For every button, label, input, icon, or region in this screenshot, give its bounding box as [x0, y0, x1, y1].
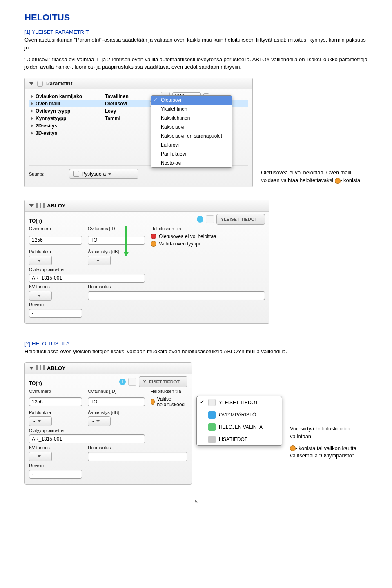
caption-a: Oletusovea ei voi heloittaa. Oven malli … [261, 169, 368, 185]
tab-menu-item[interactable]: LISÄTIEDOT [197, 433, 282, 445]
ovitunnus-input[interactable] [88, 236, 145, 245]
pencil-icon[interactable] [206, 215, 214, 223]
param-value: Tavallinen [105, 94, 150, 99]
ovitunnus-label: Ovitunnus [ID] [88, 389, 145, 394]
disclosure-icon[interactable] [29, 367, 34, 370]
tab-menu-popover[interactable]: YLEISET TIEDOTOVIYMPÄRISTÖHELOJEN VALINT… [196, 396, 282, 446]
section2-ref: [2] HELOITUSTILA [24, 341, 70, 347]
heloituksen-tila-label: Heloituksen tila [151, 226, 265, 231]
caption-b: Voit siirtyä heloituskoodin valintaan -i… [290, 425, 368, 460]
dropdown-item[interactable]: Kaksoisovi, eri saranapuolet [151, 131, 232, 140]
dropdown-item[interactable]: Liukuovi [151, 140, 232, 149]
huomautus-input[interactable] [88, 291, 265, 300]
page-title: HELOITUS [24, 12, 368, 23]
paloluokka-label: Paloluokka [29, 410, 82, 415]
ovityyppi-input[interactable] [29, 274, 145, 283]
heloituksen-tila-label: Heloituksen tila [151, 389, 187, 394]
aanier-dropdown[interactable]: - [88, 416, 111, 426]
menu-item-icon [208, 411, 216, 419]
abloy-panel-1: ABLOY TO(n) i YLEISET TIEDOT Ovinumero O… [24, 200, 270, 324]
expand-icon[interactable] [31, 102, 33, 106]
dropdown-item[interactable]: Oletusovi [151, 96, 232, 105]
intro-para-1: Oven asetusikkunan "Parametrit"-osassa s… [24, 37, 366, 51]
paloluokka-dropdown[interactable]: - [29, 256, 52, 265]
page-number: 5 [24, 499, 368, 505]
param-label: 3D-esitys [36, 130, 105, 136]
ovinumero-input[interactable] [29, 236, 82, 245]
dropdown-item[interactable]: Yksilehtinen [151, 105, 232, 114]
oven-malli-dropdown[interactable]: OletusoviYksilehtinenKaksilehtinenKaksoi… [151, 95, 232, 168]
section1-intro: [1] YLEISET PARAMETRIT Oven asetusikkuna… [24, 29, 368, 52]
dropdown-item[interactable]: Kaksilehtinen [151, 114, 232, 122]
panel-title: Parametrit [46, 80, 72, 87]
expand-icon[interactable] [31, 116, 33, 120]
status-text-2: Vaihda oven tyyppi [159, 241, 200, 247]
ovityyppi-input[interactable] [29, 434, 145, 443]
aanier-label: Äänieristys [dB] [88, 410, 145, 415]
abloy-icon [36, 203, 45, 208]
disclosure-icon[interactable] [29, 204, 34, 207]
kv-label: KV-tunnus [29, 445, 82, 450]
dropdown-item[interactable]: Pariliukuovi [151, 149, 232, 158]
intro-para-2: "Oletusovi"-tilassa ovi vaihtaa 1- ja 2-… [24, 56, 368, 71]
param-icon [37, 81, 43, 87]
param-label: Oviaukon karmijako [36, 94, 105, 99]
aanier-dropdown[interactable]: - [88, 256, 111, 265]
dropdown-item[interactable]: Kaksoisovi [151, 122, 232, 131]
suunta-label: Suunta: [29, 172, 45, 176]
huomautus-label: Huomautus [88, 445, 187, 450]
param-value: Tammi [105, 116, 150, 121]
section2-intro: [2] HELOITUSTILA Heloitustilassa oven yl… [24, 340, 368, 356]
revisio-label: Revisio [29, 302, 265, 307]
ovinumero-label: Ovinumero [29, 389, 82, 394]
swap-icon[interactable] [151, 399, 155, 405]
param-value: Oletusovi [105, 101, 150, 107]
kv-dropdown[interactable]: - [29, 291, 52, 301]
abloy-title: ABLOY [47, 365, 66, 371]
ovinumero-input[interactable] [29, 397, 82, 406]
ovitunnus-input[interactable] [88, 397, 145, 406]
abloy-icon [36, 365, 45, 370]
expand-icon[interactable] [31, 124, 33, 128]
param-label: Ovilevyn tyyppi [36, 108, 105, 114]
tab-menu-item[interactable]: YLEISET TIEDOT [197, 396, 282, 409]
pencil-icon[interactable] [128, 378, 136, 386]
tab-yleiset-tiedot[interactable]: YLEISET TIEDOT [216, 214, 265, 225]
error-icon [151, 234, 156, 239]
swap-icon [290, 445, 296, 451]
tab-yleiset-tiedot[interactable]: YLEISET TIEDOT [139, 376, 187, 387]
huomautus-label: Huomautus [88, 284, 265, 289]
ovityyppi-label: Ovityyppipiirustus [29, 428, 187, 433]
ovinumero-label: Ovinumero [29, 226, 82, 231]
kv-dropdown[interactable]: - [29, 452, 52, 461]
swap-icon [335, 178, 341, 184]
expand-icon[interactable] [31, 109, 33, 113]
tab-menu-item[interactable]: HELOJEN VALINTA [197, 421, 282, 433]
revisio-label: Revisio [29, 463, 187, 468]
kv-label: KV-tunnus [29, 284, 82, 289]
info-icon[interactable]: i [119, 379, 126, 385]
expand-icon[interactable] [31, 94, 33, 98]
menu-item-icon [208, 436, 216, 443]
tab-menu-item[interactable]: OVIYMPÄRISTÖ [197, 409, 282, 421]
abloy-title: ABLOY [47, 203, 66, 209]
paloluokka-label: Paloluokka [29, 249, 82, 254]
paloluokka-dropdown[interactable]: - [29, 416, 52, 426]
info-icon[interactable]: i [197, 216, 203, 223]
revisio-input[interactable] [29, 309, 82, 318]
expand-icon[interactable] [31, 131, 33, 135]
suunta-icon [74, 171, 79, 177]
parametrit-panel: Parametrit Oviaukon karmijako Tavallinen… [24, 78, 253, 187]
param-value: Levy [105, 108, 150, 114]
ovitunnus-label: Ovitunnus [ID] [88, 226, 145, 231]
huomautus-input[interactable] [88, 452, 187, 461]
disclosure-icon[interactable] [29, 82, 34, 85]
revisio-input[interactable] [29, 470, 82, 479]
ovityyppi-label: Ovityyppipiirustus [29, 267, 265, 272]
swap-icon[interactable] [151, 241, 156, 247]
suunta-dropdown[interactable]: Pystysuora [69, 169, 138, 179]
status-text-1: Oletusovea ei voi heloittaa [159, 234, 216, 239]
param-label: Kynnystyyppi [36, 116, 105, 121]
param-label: Oven malli [36, 101, 105, 107]
dropdown-item[interactable]: Nosto-ovi [151, 158, 232, 167]
